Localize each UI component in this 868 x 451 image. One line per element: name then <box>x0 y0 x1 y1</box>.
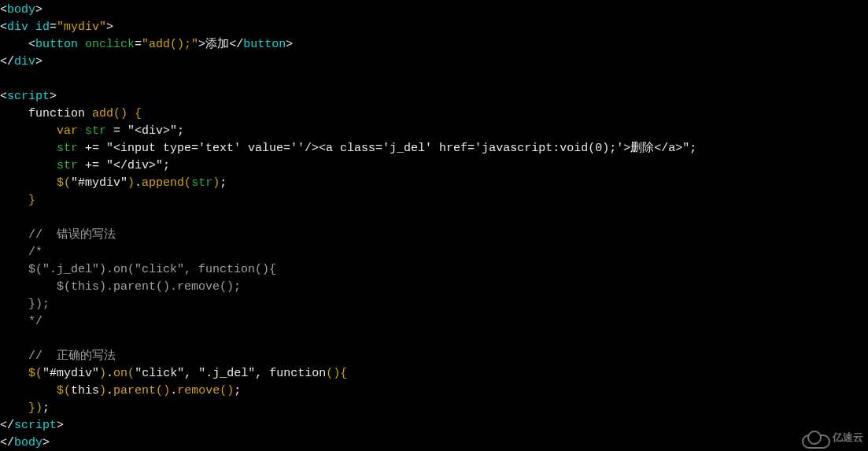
code-token: button <box>35 38 78 51</box>
code-token: . <box>170 384 177 397</box>
code-token: ; <box>177 124 184 138</box>
code-token: div <box>7 20 28 34</box>
code-token: id <box>35 20 50 34</box>
code-token: > <box>35 55 42 68</box>
code-token: ) <box>99 367 106 380</box>
code-token: = <box>50 20 57 34</box>
code-token: . <box>135 176 142 190</box>
code-line: /* <box>0 246 42 259</box>
code-token: script <box>7 90 50 103</box>
code-token: append <box>142 176 184 190</box>
code-token: . <box>106 367 113 380</box>
code-line: str += "</div>"; <box>0 159 170 172</box>
code-token <box>0 38 28 51</box>
code-token: add <box>92 107 113 120</box>
code-line: $("#mydiv").append(str); <box>0 176 227 190</box>
code-token: < <box>0 3 7 17</box>
code-token: "</div>" <box>106 159 163 172</box>
code-line: $("#mydiv").on("click", ".j_del", functi… <box>0 367 347 380</box>
code-token: remove <box>177 384 220 397</box>
code-token: </ <box>0 419 14 432</box>
code-token <box>0 367 28 380</box>
code-token: ) <box>212 176 220 190</box>
code-token: ( <box>35 367 42 380</box>
code-token: ( <box>113 107 120 120</box>
code-token: ( <box>184 176 191 190</box>
code-token: ; <box>220 176 227 190</box>
code-line: <script> <box>0 90 57 103</box>
code-token: ; <box>689 142 696 155</box>
code-token: < <box>0 20 7 34</box>
code-line <box>0 211 7 224</box>
code-token: str <box>57 159 78 172</box>
code-token: $ <box>57 176 64 190</box>
code-token: { <box>340 367 347 380</box>
code-token: ( <box>127 367 135 380</box>
code-line: </div> <box>0 55 42 68</box>
code-token: { <box>135 107 142 120</box>
code-token: "#mydiv" <box>42 367 99 380</box>
code-token: ) <box>227 384 234 397</box>
code-line: }); <box>0 298 50 311</box>
code-token: ) <box>35 401 42 415</box>
code-token: > <box>106 20 113 34</box>
code-token: on <box>113 367 127 380</box>
code-token <box>0 142 57 155</box>
code-token: = <box>135 38 142 51</box>
code-line: </script> <box>0 419 64 432</box>
code-token: body <box>14 436 42 449</box>
code-token: var <box>57 124 78 138</box>
code-token: ; <box>163 159 170 172</box>
code-token <box>0 401 28 415</box>
code-line: */ <box>0 315 42 328</box>
code-token: }); <box>0 298 50 311</box>
code-token: "click" <box>135 367 184 380</box>
code-token: onclick <box>85 38 135 51</box>
code-token: "mydiv" <box>57 20 106 34</box>
code-token: // 正确的写法 <box>0 349 116 363</box>
code-line: // 错误的写法 <box>0 228 116 242</box>
code-token: "<input type='text' value=''/><a class='… <box>106 142 689 155</box>
code-token <box>0 124 57 138</box>
code-token <box>0 72 7 86</box>
code-token <box>78 124 85 138</box>
code-token: < <box>28 38 35 51</box>
code-token: body <box>7 3 35 17</box>
code-token: . <box>106 384 113 397</box>
code-block: <body> <div id="mydiv"> <button onclick=… <box>0 0 868 451</box>
code-line: $(".j_del").on("click", function(){ <box>0 263 276 276</box>
code-token: function <box>0 107 92 120</box>
code-token: > <box>35 3 42 17</box>
code-token: , <box>184 367 198 380</box>
code-token <box>0 176 57 190</box>
code-token: div <box>14 55 35 68</box>
code-token: "add();" <box>142 38 198 51</box>
code-token: > <box>42 436 50 449</box>
code-token: ) <box>127 176 135 190</box>
code-line: $(this).parent().remove(); <box>0 384 241 397</box>
code-token <box>28 20 35 34</box>
code-token: > <box>57 419 64 432</box>
code-line: </body> <box>0 436 50 449</box>
code-token: += <box>78 142 106 155</box>
code-line: } <box>0 194 35 207</box>
code-line: }); <box>0 401 50 415</box>
code-line: <button onclick="add();">添加</button> <box>0 38 293 51</box>
code-token: > <box>50 90 57 103</box>
code-line <box>0 332 7 346</box>
code-line: var str = "<div>"; <box>0 124 184 138</box>
code-token: */ <box>0 315 42 328</box>
code-token: } <box>28 194 35 207</box>
code-token: ( <box>156 384 163 397</box>
code-token: function <box>269 367 326 380</box>
code-line: <body> <box>0 3 42 17</box>
code-token: ) <box>99 384 106 397</box>
code-token <box>0 384 57 397</box>
code-token <box>0 159 57 172</box>
code-token: > <box>286 38 293 51</box>
code-token: += <box>78 159 106 172</box>
code-token: this <box>71 384 99 397</box>
code-token: script <box>14 419 57 432</box>
code-token: 添加 <box>205 38 229 51</box>
code-token: < <box>0 90 7 103</box>
